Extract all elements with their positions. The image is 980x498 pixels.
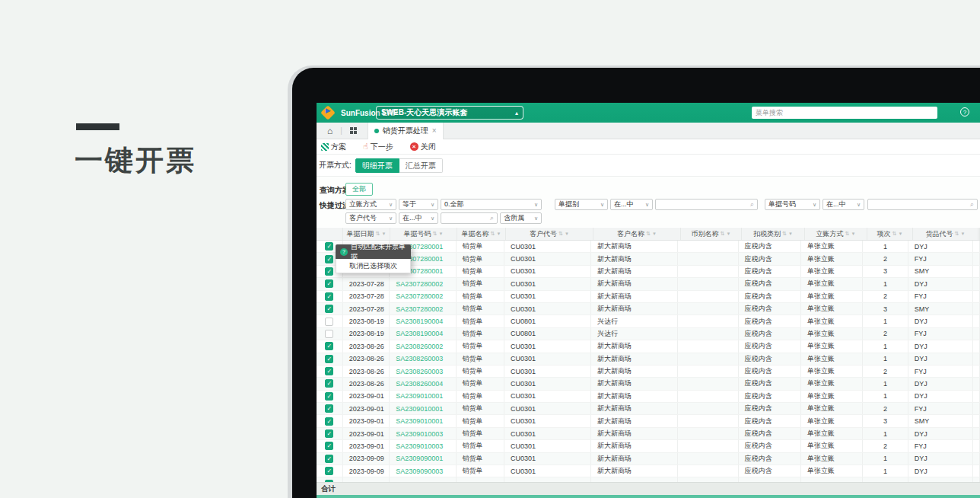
table-row[interactable]: ✓2023-08-26SA2308260002销货单CU0301新大新商场应税内… — [317, 340, 980, 353]
help-icon[interactable]: ? — [960, 107, 969, 117]
horizontal-scrollbar[interactable] — [317, 495, 980, 498]
row-checkbox-cell[interactable]: ✓ — [317, 415, 343, 426]
cell-no[interactable]: SA2309010001 — [390, 415, 456, 426]
cell-no[interactable]: SA2309090001 — [390, 453, 456, 464]
table-row[interactable]: ✓2023-09-01SA2309010003销货单CU0301新大新商场应税内… — [317, 428, 980, 440]
table-row[interactable]: ✓2023-07-28SA2307280002销货单CU0301新大新商场应税内… — [317, 291, 980, 303]
row-checkbox[interactable] — [325, 330, 333, 338]
row-checkbox-cell[interactable]: ✓ — [317, 278, 343, 289]
row-checkbox-cell[interactable]: ✓ — [317, 366, 343, 377]
column-header[interactable]: 客户代号⇅▼ — [506, 228, 593, 240]
account-set-dropdown[interactable]: SWEB-天心天思演示账套 ▴ — [376, 106, 523, 120]
sort-icon[interactable]: ⇅ — [892, 231, 897, 237]
cell-no[interactable]: SA2308190004 — [390, 315, 456, 327]
filter-icon[interactable]: ▼ — [788, 231, 793, 236]
filter-select[interactable]: 客户代号∨ — [345, 212, 396, 224]
document-number-link[interactable]: SA2307280002 — [396, 280, 443, 288]
filter-icon[interactable]: ▼ — [565, 231, 569, 236]
column-header[interactable]: 单据名称⇅▼ — [457, 228, 506, 240]
row-checkbox[interactable]: ✓ — [325, 417, 333, 426]
sort-icon[interactable]: ⇅ — [433, 231, 438, 237]
table-row[interactable]: ✓2023-09-01SA2309010001销货单CU0301新大新商场应税内… — [317, 403, 980, 415]
sort-icon[interactable]: ⇅ — [955, 231, 959, 237]
sort-icon[interactable]: ⇅ — [845, 231, 850, 237]
cell-no[interactable]: SA2309010001 — [390, 403, 456, 414]
column-header[interactable]: 项次⇅▼ — [867, 228, 913, 240]
table-body[interactable]: ✓2023-07-28SA2307280001销货单CU0301新大新商场应税内… — [317, 241, 980, 482]
sort-icon[interactable]: ⇅ — [558, 231, 563, 237]
table-row[interactable]: ✓2023-08-26SA2308260003销货单CU0301新大新商场应税内… — [317, 366, 980, 378]
sort-icon[interactable]: ⇅ — [721, 231, 725, 237]
table-row[interactable]: ✓2023-07-28SA2307280001销货单CU0301新大新商场应税内… — [317, 253, 980, 265]
cell-no[interactable]: SA2308260002 — [390, 340, 456, 352]
row-checkbox[interactable]: ✓ — [325, 355, 333, 363]
filter-select[interactable]: 等于∨ — [399, 199, 438, 210]
row-checkbox[interactable]: ✓ — [325, 404, 333, 413]
sort-icon[interactable]: ⇅ — [782, 231, 787, 237]
sort-icon[interactable]: ⇅ — [376, 231, 380, 237]
row-checkbox[interactable]: ✓ — [325, 392, 333, 401]
document-number-link[interactable]: SA2309010003 — [396, 430, 443, 438]
apps-grid-icon[interactable] — [350, 127, 357, 134]
row-checkbox-cell[interactable]: ✓ — [317, 453, 343, 464]
filter-icon[interactable]: ▼ — [851, 231, 855, 236]
cell-no[interactable]: SA2308260003 — [390, 366, 456, 377]
table-row[interactable]: ✓2023-07-28SA2307280001销货单CU0301新大新商场应税内… — [317, 266, 980, 278]
filter-select[interactable]: 0.全部∨ — [441, 199, 542, 210]
close-button[interactable]: × 关闭 — [410, 142, 436, 152]
select-all-header-cell[interactable] — [317, 228, 343, 240]
filter-icon[interactable]: ▼ — [652, 231, 657, 236]
row-checkbox[interactable]: ✓ — [325, 342, 333, 350]
table-row[interactable]: 2023-08-19SA2308190004销货单CU0801兴达行应税内含单张… — [317, 328, 980, 340]
row-checkbox-cell[interactable]: ✓ — [317, 340, 343, 352]
table-row[interactable]: ✓2023-07-28SA2307280001销货单CU0301新大新商场应税内… — [317, 241, 980, 253]
column-header[interactable]: 扣税类别⇅▼ — [742, 228, 805, 240]
table-row[interactable]: ✓2023-09-09SA2309090001销货单CU0301新大新商场应税内… — [317, 453, 980, 465]
document-number-link[interactable]: SA2309010001 — [396, 392, 443, 400]
row-checkbox-cell[interactable]: ✓ — [317, 440, 343, 452]
row-checkbox-cell[interactable]: ✓ — [317, 391, 343, 402]
row-checkbox-cell[interactable] — [317, 328, 343, 340]
row-checkbox[interactable]: ✓ — [325, 442, 333, 450]
filter-icon[interactable]: ▼ — [898, 231, 902, 236]
tab-sales-invoicing[interactable]: 销货开票处理 × — [368, 123, 444, 139]
cell-no[interactable]: SA2308260003 — [390, 353, 456, 365]
table-row[interactable]: ✓2023-07-28SA2307280002销货单CU0301新大新商场应税内… — [317, 278, 980, 290]
column-header[interactable]: 客户名称⇅▼ — [593, 228, 681, 240]
table-row[interactable]: ✓2023-07-28SA2307280002销货单CU0301新大新商场应税内… — [317, 303, 980, 315]
filter-icon[interactable]: ▼ — [381, 231, 386, 236]
home-icon[interactable]: ⌂ — [327, 126, 332, 136]
row-checkbox[interactable]: ✓ — [325, 242, 333, 251]
row-checkbox-cell[interactable]: ✓ — [317, 378, 343, 389]
table-row[interactable]: ✓2023-09-01SA2309010001销货单CU0301新大新商场应税内… — [317, 391, 980, 403]
row-checkbox[interactable] — [325, 318, 333, 326]
document-number-link[interactable]: SA2308260003 — [396, 368, 443, 375]
document-number-link[interactable]: SA2307280002 — [396, 305, 443, 313]
filter-select[interactable]: 在...中∨ — [610, 199, 653, 210]
row-checkbox-cell[interactable]: ✓ — [317, 303, 343, 314]
column-header[interactable]: 单据号码⇅▼ — [390, 228, 457, 240]
document-number-link[interactable]: SA2309010001 — [396, 405, 443, 413]
filter-select[interactable]: 单据别∨ — [555, 199, 608, 210]
cell-no[interactable]: SA2307280002 — [390, 278, 456, 289]
row-checkbox[interactable]: ✓ — [325, 455, 333, 463]
filter-icon[interactable]: ▼ — [438, 231, 443, 236]
cell-no[interactable]: SA2307280002 — [390, 291, 456, 302]
menu-search-input[interactable] — [752, 107, 937, 119]
filter-icon[interactable]: ▼ — [496, 231, 501, 236]
table-row[interactable]: ✓2023-09-01SA2309010003销货单CU0301新大新商场应税内… — [317, 440, 980, 452]
filter-icon[interactable]: ▼ — [726, 231, 730, 236]
filter-select[interactable]: 在...中∨ — [822, 199, 864, 210]
context-menu-item-auto-match[interactable]: ? 自动匹配未开票单据 — [336, 244, 411, 259]
next-step-button[interactable]: ☝ 下一步 — [363, 142, 393, 152]
tab-close-icon[interactable]: × — [432, 126, 437, 135]
document-number-link[interactable]: SA2308260003 — [396, 355, 443, 362]
row-checkbox-cell[interactable]: ✓ — [317, 403, 343, 414]
row-checkbox[interactable]: ✓ — [325, 367, 333, 375]
row-checkbox[interactable]: ✓ — [325, 292, 333, 301]
document-number-link[interactable]: SA2309010003 — [396, 442, 443, 450]
row-checkbox-cell[interactable]: ✓ — [317, 428, 343, 439]
column-header[interactable]: 立账方式⇅▼ — [805, 228, 867, 240]
cell-no[interactable]: SA2309010003 — [390, 428, 456, 439]
row-checkbox[interactable]: ✓ — [325, 267, 333, 276]
